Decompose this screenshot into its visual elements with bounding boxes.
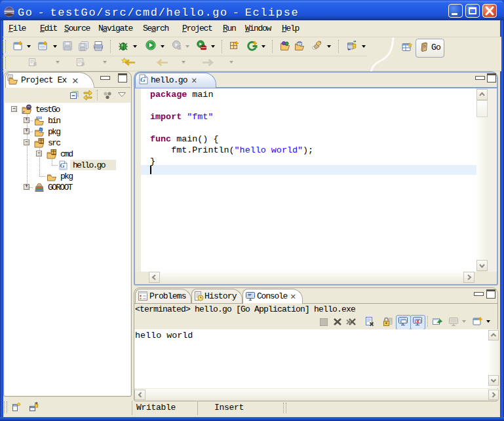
svg-text:010: 010 <box>36 116 42 120</box>
svg-text:G: G <box>60 162 66 169</box>
svg-text:G: G <box>140 75 145 83</box>
